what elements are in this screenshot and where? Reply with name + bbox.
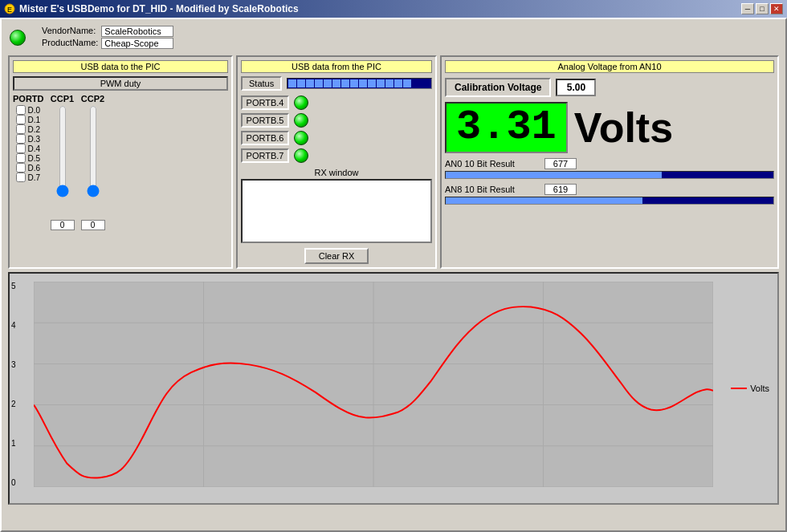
svg-text:E: E bbox=[7, 6, 12, 14]
y-axis-labels: 5 4 3 2 1 0 bbox=[11, 282, 16, 487]
an0-label: AN0 10 Bit Result bbox=[445, 159, 541, 169]
portd-bit3: D.3 bbox=[16, 134, 40, 144]
usb-from-pic-header: USB data from the PIC bbox=[241, 60, 432, 73]
portd-bit2: D.2 bbox=[16, 124, 40, 134]
voltage-unit: Volts bbox=[574, 104, 673, 152]
usb-to-pic-panel: USB data to the PIC PWM duty PORTD D.0 D… bbox=[8, 55, 233, 269]
portb6-label: PORTB.6 bbox=[241, 131, 289, 145]
portd-cb0[interactable] bbox=[16, 105, 26, 115]
portd-cb3[interactable] bbox=[16, 134, 26, 144]
minimize-button[interactable]: ─ bbox=[741, 3, 754, 14]
portd-bit3-label: D.3 bbox=[27, 135, 40, 144]
portd-cb7[interactable] bbox=[16, 173, 26, 182]
title-text: Mister E's USBDemo for DT_HID - Modified… bbox=[19, 3, 299, 14]
close-button[interactable]: ✕ bbox=[770, 3, 783, 14]
portb7-label: PORTB.7 bbox=[241, 148, 289, 163]
portd-bit1: D.1 bbox=[16, 115, 40, 124]
ccp2-value: 0 bbox=[81, 220, 105, 230]
top-info: VendorName: ScaleRobotics ProductName: C… bbox=[5, 22, 782, 52]
panels-row: USB data to the PIC PWM duty PORTD D.0 D… bbox=[5, 55, 782, 269]
y-label-4: 4 bbox=[11, 321, 16, 330]
portd-cb1[interactable] bbox=[16, 115, 26, 124]
ccp1-slider[interactable] bbox=[55, 105, 71, 197]
portd-bit5-label: D.5 bbox=[27, 154, 40, 163]
status-seg-0 bbox=[288, 79, 296, 87]
portb7-row: PORTB.7 bbox=[241, 148, 432, 163]
status-segments bbox=[287, 79, 412, 88]
app-icon: E bbox=[4, 3, 15, 14]
portb6-led bbox=[294, 131, 308, 145]
status-seg-5 bbox=[332, 79, 340, 87]
chart-inner bbox=[34, 282, 713, 487]
portb-rows: PORTB.4 PORTB.5 PORTB.6 PORTB.7 bbox=[241, 95, 432, 163]
portb4-row: PORTB.4 bbox=[241, 95, 432, 110]
status-seg-13 bbox=[403, 79, 411, 87]
port-sliders: PORTD D.0 D.1 D.2 bbox=[13, 94, 228, 230]
portd-bit7: D.7 bbox=[16, 173, 40, 182]
status-seg-8 bbox=[359, 79, 367, 87]
portd-bit4: D.4 bbox=[16, 144, 40, 153]
portd-bit6: D.6 bbox=[16, 163, 40, 173]
status-seg-9 bbox=[368, 79, 376, 87]
status-seg-11 bbox=[385, 79, 394, 87]
status-label: Status bbox=[241, 76, 282, 91]
portd-cb5[interactable] bbox=[16, 153, 26, 163]
voltage-display: 3.31 Volts bbox=[445, 102, 774, 153]
an0-value: 677 bbox=[544, 158, 577, 169]
title-bar: E Mister E's USBDemo for DT_HID - Modifi… bbox=[0, 0, 787, 18]
status-seg-3 bbox=[315, 79, 323, 87]
analog-header: Analog Voltage from AN10 bbox=[445, 60, 774, 73]
portd-bit1-label: D.1 bbox=[27, 116, 40, 124]
an8-value: 619 bbox=[544, 184, 577, 195]
portd-cb6[interactable] bbox=[16, 163, 26, 173]
device-info: VendorName: ScaleRobotics ProductName: C… bbox=[42, 26, 173, 49]
ccp2-slider-container bbox=[85, 105, 101, 217]
status-seg-1 bbox=[297, 79, 305, 87]
status-seg-10 bbox=[377, 79, 385, 87]
an8-label: AN8 10 Bit Result bbox=[445, 185, 541, 194]
product-label: ProductName: bbox=[42, 38, 98, 49]
status-progress bbox=[287, 78, 432, 89]
an8-progress-fill bbox=[446, 197, 642, 204]
portd-bit0: D.0 bbox=[16, 105, 40, 115]
usb-from-pic-panel: USB data from the PIC Status PORTB.4 POR… bbox=[236, 55, 437, 269]
vendor-label: VendorName: bbox=[42, 26, 98, 37]
an0-progress-bar bbox=[445, 171, 774, 179]
portb6-row: PORTB.6 bbox=[241, 131, 432, 145]
pwm-label: PWM duty bbox=[13, 76, 228, 91]
portd-group: PORTD D.0 D.1 D.2 bbox=[13, 94, 44, 230]
clear-rx-button[interactable]: Clear RX bbox=[304, 248, 369, 264]
connection-led bbox=[10, 30, 26, 46]
status-seg-4 bbox=[324, 79, 332, 87]
portd-bit6-label: D.6 bbox=[27, 164, 40, 173]
portd-bit5: D.5 bbox=[16, 153, 40, 163]
portb5-row: PORTB.5 bbox=[241, 113, 432, 128]
main-window: VendorName: ScaleRobotics ProductName: C… bbox=[0, 18, 787, 532]
status-seg-12 bbox=[394, 79, 402, 87]
portd-cb4[interactable] bbox=[16, 144, 26, 153]
portb5-led bbox=[294, 113, 308, 128]
status-seg-2 bbox=[306, 79, 314, 87]
rx-textarea[interactable] bbox=[241, 179, 432, 243]
an0-progress-fill bbox=[446, 172, 662, 178]
analog-voltage-panel: Analog Voltage from AN10 Calibration Vol… bbox=[440, 55, 779, 269]
ccp2-slider[interactable] bbox=[85, 105, 101, 197]
portd-bit7-label: D.7 bbox=[27, 173, 40, 182]
y-label-1: 1 bbox=[11, 439, 16, 448]
rx-label: RX window bbox=[241, 168, 432, 177]
chart-legend: Volts bbox=[731, 384, 769, 393]
portd-cb2[interactable] bbox=[16, 124, 26, 134]
chart-svg bbox=[34, 282, 713, 487]
y-label-2: 2 bbox=[11, 400, 16, 408]
y-label-5: 5 bbox=[11, 282, 16, 290]
maximize-button[interactable]: □ bbox=[756, 3, 769, 14]
calib-value: 5.00 bbox=[556, 79, 596, 96]
ccp1-value: 0 bbox=[51, 220, 75, 230]
y-label-0: 0 bbox=[11, 478, 16, 487]
portd-bit2-label: D.2 bbox=[27, 125, 40, 134]
portd-bit4-label: D.4 bbox=[27, 144, 40, 153]
portd-title: PORTD bbox=[13, 94, 44, 104]
chart-area: 5 4 3 2 1 0 bbox=[8, 272, 779, 505]
portd-bit0-label: D.0 bbox=[27, 106, 40, 115]
vendor-value: ScaleRobotics bbox=[101, 26, 173, 37]
